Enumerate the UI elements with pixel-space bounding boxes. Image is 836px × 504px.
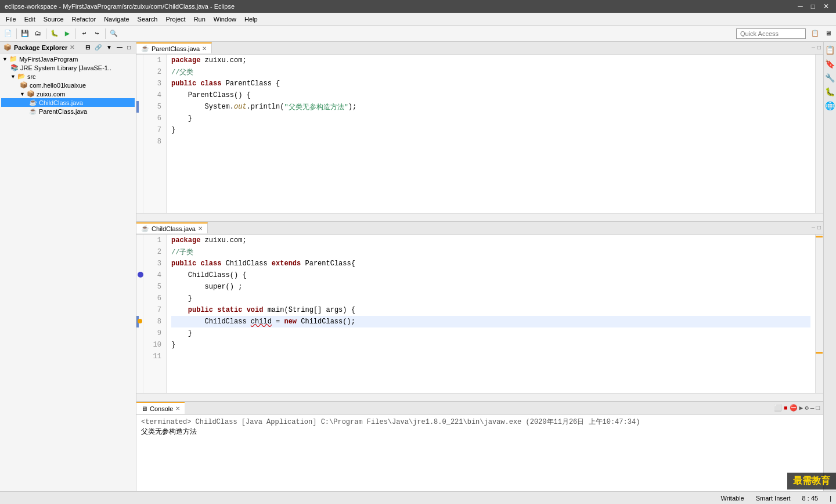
minimize-button[interactable]: ─ <box>795 2 805 10</box>
maximize-button[interactable]: □ <box>809 2 817 10</box>
console-clear-button[interactable]: ⬜ <box>774 404 782 412</box>
save-button[interactable]: 💾 <box>19 28 31 39</box>
console-settings-button[interactable]: ⚙ <box>805 404 809 412</box>
code-line: public class ParentClass { <box>171 78 810 89</box>
perspective-button[interactable]: 📋 <box>809 28 821 39</box>
editor1-minimize[interactable]: — <box>812 45 815 51</box>
java-file-icon-2: ☕ <box>141 225 149 232</box>
editor1-body[interactable]: 1 2 3 4 5 6 7 8 package zuixu.com; <box>136 55 823 221</box>
watermark: 最需教育 <box>787 473 836 489</box>
console-tab-bar: 🖥 Console ✕ ⬜ ■ ⛔ ▶ ⚙ — □ <box>136 402 823 415</box>
editor1-maximize[interactable]: □ <box>817 45 821 51</box>
sidebar-close-icon[interactable]: ✕ <box>70 44 74 51</box>
editor2-minimize[interactable]: — <box>812 225 815 231</box>
console-minimize[interactable]: — <box>810 405 815 412</box>
editor1-tab-bar: ☕ ParentClass.java ✕ — □ <box>136 42 823 55</box>
menu-bar: File Edit Source Refactor Navigate Searc… <box>0 13 836 26</box>
code-line: System.out.println("父类无参构造方法"); <box>171 101 810 113</box>
sidebar-header: 📦 Package Explorer ✕ ⊟ 🔗 ▼ — □ <box>0 42 136 53</box>
right-sidebar-properties[interactable]: 🔧 <box>824 72 836 84</box>
editor2-maximize[interactable]: □ <box>817 225 821 231</box>
console-tab-label: Console <box>150 405 173 412</box>
tab-childclass-label: ChildClass.java <box>152 225 196 232</box>
java-file-icon: ☕ <box>141 45 149 52</box>
menu-search[interactable]: Search <box>134 15 161 24</box>
package-explorer-icon: 📦 <box>3 44 12 51</box>
redo-button[interactable]: ↪ <box>91 28 103 39</box>
console-terminate-button[interactable]: ⛔ <box>790 404 798 412</box>
right-sidebar-bookmarks[interactable]: 🔖 <box>824 58 836 70</box>
sidebar-toolbar: ⊟ 🔗 ▼ — □ <box>84 44 132 51</box>
editor2-tab-bar: ☕ ChildClass.java ✕ — □ <box>136 222 823 235</box>
console-tab-close[interactable]: ✕ <box>175 405 180 412</box>
editor2-body[interactable]: 1 2 3 4 5 6 7 8 9 10 11 <box>136 235 823 401</box>
save-all-button[interactable]: 🗂 <box>32 28 44 39</box>
menu-navigate[interactable]: Navigate <box>100 15 132 24</box>
new-button[interactable]: 📄 <box>2 28 14 39</box>
code-line: ParentClass() { <box>171 89 810 101</box>
view-button[interactable]: 🖥 <box>822 28 834 39</box>
editor2-code[interactable]: package zuixu.com; //子类 public class Chi… <box>167 235 815 393</box>
toolbar-separator-1 <box>16 28 17 39</box>
menu-window[interactable]: Window <box>210 15 240 24</box>
menu-edit[interactable]: Edit <box>21 15 39 24</box>
search-button[interactable]: 🔍 <box>108 28 120 39</box>
console-body[interactable]: <terminated> ChildClass [Java Applicatio… <box>136 415 823 491</box>
editor2-scrollbar[interactable] <box>815 235 823 393</box>
link-editor-button[interactable]: 🔗 <box>93 44 103 51</box>
code-line: } <box>171 124 810 136</box>
console-terminated-line: <terminated> ChildClass [Java Applicatio… <box>141 417 819 427</box>
tab-parentclass-label: ParentClass.java <box>152 45 200 52</box>
tree-item-parentclass[interactable]: ☕ ParentClass.java <box>1 107 135 116</box>
editor1-code[interactable]: package zuixu.com; //父类 public class Par… <box>167 55 815 213</box>
toolbar-separator-3 <box>75 28 76 39</box>
tab-childclass[interactable]: ☕ ChildClass.java ✕ <box>136 222 208 233</box>
console-maximize[interactable]: □ <box>816 405 820 412</box>
close-button[interactable]: ✕ <box>821 2 831 10</box>
sidebar-menu-button[interactable]: ▼ <box>105 44 114 51</box>
code-line: } <box>171 113 810 124</box>
code-line: package zuixu.com; <box>171 55 810 66</box>
quick-access-input[interactable] <box>736 28 806 39</box>
status-bar: Writable Smart Insert 8 : 45 | <box>0 491 836 504</box>
run-button[interactable]: ▶ <box>62 28 73 39</box>
console-relaunch-button[interactable]: ▶ <box>799 404 803 412</box>
editor1-hscroll[interactable] <box>136 213 823 221</box>
tab-parentclass-close[interactable]: ✕ <box>202 45 207 52</box>
menu-run[interactable]: Run <box>190 15 209 24</box>
menu-source[interactable]: Source <box>40 15 67 24</box>
menu-refactor[interactable]: Refactor <box>69 15 100 24</box>
menu-file[interactable]: File <box>2 15 20 24</box>
console-panel: 🖥 Console ✕ ⬜ ■ ⛔ ▶ ⚙ — □ <ter <box>136 402 823 491</box>
menu-help[interactable]: Help <box>241 15 261 24</box>
title-bar: eclipse-workspace - MyFirstJavaProgram/s… <box>0 0 836 13</box>
tab-console[interactable]: 🖥 Console ✕ <box>136 402 185 414</box>
right-sidebar-tasks[interactable]: 📋 <box>824 44 836 56</box>
tab-parentclass[interactable]: ☕ ParentClass.java ✕ <box>136 42 212 53</box>
sidebar-maximize-button[interactable]: □ <box>125 44 132 51</box>
sidebar-minimize-button[interactable]: — <box>115 44 124 51</box>
code-line <box>171 351 810 362</box>
console-stop-button[interactable]: ■ <box>784 405 788 412</box>
collapse-all-button[interactable]: ⊟ <box>84 44 92 51</box>
status-position: 8 : 45 <box>802 495 819 502</box>
tree-item-package-zuixu[interactable]: ▼ 📦 zuixu.com <box>1 89 135 98</box>
tree-item-jre[interactable]: 📚 JRE System Library [JavaSE-1.. <box>1 63 135 72</box>
console-icon: 🖥 <box>141 405 147 412</box>
editor2-hscroll[interactable] <box>136 393 823 401</box>
editor2-tab-controls: — □ <box>807 225 823 231</box>
tree-item-childclass[interactable]: ☕ ChildClass.java <box>1 98 135 107</box>
tree-item-src[interactable]: ▼ 📂 src <box>1 72 135 81</box>
debug-button[interactable]: 🐛 <box>49 28 60 39</box>
title-bar-controls: ─ □ ✕ <box>795 2 831 10</box>
editor1-scrollbar[interactable] <box>815 55 823 213</box>
right-sidebar-debug[interactable]: 🐛 <box>824 86 836 98</box>
undo-button[interactable]: ↩ <box>78 28 90 39</box>
tree-item-package-hello[interactable]: 📦 com.hello01kuaixue <box>1 81 135 89</box>
code-line: } <box>171 327 810 339</box>
content-area: ☕ ParentClass.java ✕ — □ <box>136 42 823 491</box>
menu-project[interactable]: Project <box>162 15 189 24</box>
right-sidebar-web[interactable]: 🌐 <box>824 100 836 111</box>
tree-item-project[interactable]: ▼ 📁 MyFirstJavaProgram <box>1 55 135 63</box>
tab-childclass-close[interactable]: ✕ <box>198 225 203 232</box>
